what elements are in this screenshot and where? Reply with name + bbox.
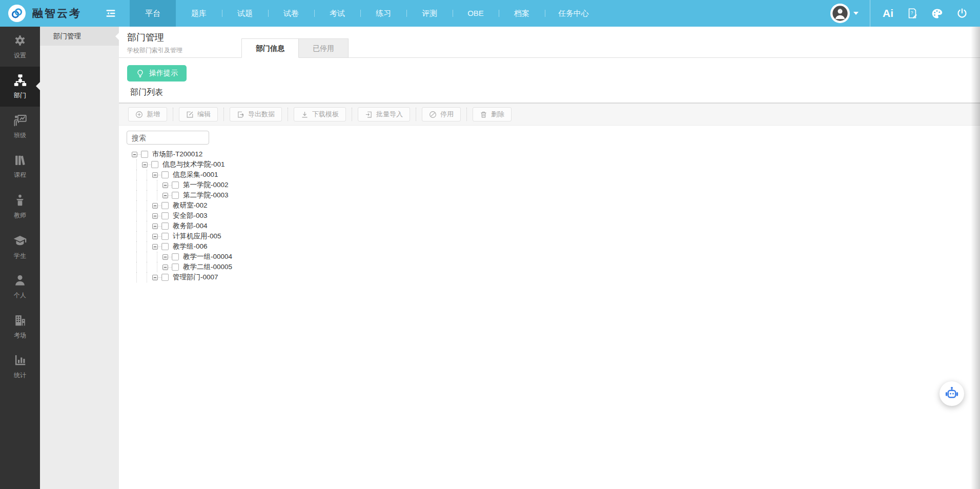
toolbar-button[interactable]: 新增	[128, 107, 167, 121]
tree-indent-guide	[132, 190, 142, 200]
tree-node-label[interactable]: 信息采集-0001	[173, 170, 218, 180]
tree-indent-guide	[142, 180, 152, 190]
toolbar-button-icon	[480, 111, 487, 118]
toolbar-button-icon	[186, 111, 194, 118]
nav-item[interactable]: 试题	[222, 0, 268, 27]
theme-palette-icon[interactable]	[931, 8, 943, 19]
sidebar-item-icon	[13, 194, 27, 207]
tree-row: 第二学院-0003	[132, 190, 980, 200]
sidebar-item[interactable]: 学生	[0, 227, 40, 267]
hint-button[interactable]: 操作提示	[127, 65, 187, 82]
sidebar-item[interactable]: 课程	[0, 147, 40, 187]
tree-checkbox[interactable]	[172, 263, 179, 271]
tree-expander-icon[interactable]	[152, 223, 158, 229]
tree-node-label[interactable]: 计算机应用-005	[173, 231, 221, 241]
tree-indent-guide	[142, 241, 152, 252]
nav-item[interactable]: 任务中心	[545, 0, 602, 27]
nav-item[interactable]: 练习	[360, 0, 406, 27]
tree-expander-icon[interactable]	[152, 275, 158, 280]
tree-node-label[interactable]: 安全部-003	[173, 211, 208, 221]
sidebar-item[interactable]: 班级	[0, 107, 40, 147]
tree-checkbox[interactable]	[172, 253, 179, 260]
nav-item[interactable]: 档案	[499, 0, 545, 27]
tree-indent-guide	[132, 252, 142, 262]
svg-text:?: ?	[911, 11, 913, 15]
tree-checkbox[interactable]	[172, 181, 179, 189]
nav-item[interactable]: 评测	[406, 0, 453, 27]
tree-row: 教务部-004	[132, 221, 980, 231]
tree-expander-icon[interactable]	[162, 254, 168, 260]
sidebar-item-label: 课程	[14, 171, 26, 179]
user-menu[interactable]: ?	[830, 4, 859, 23]
tree-connector	[158, 277, 161, 278]
toolbar-button[interactable]: 停用	[422, 107, 461, 121]
toolbar-button[interactable]: 批量导入	[358, 107, 410, 121]
tree-expander-icon[interactable]	[152, 172, 158, 178]
nav-item[interactable]: 考试	[314, 0, 360, 27]
tree-node-label[interactable]: 教学一组-00004	[183, 252, 232, 262]
sidebar-item[interactable]: 考场	[0, 307, 40, 347]
nav-item[interactable]: 题库	[176, 0, 222, 27]
tree-checkbox[interactable]	[161, 222, 169, 230]
tree-row: 信息与技术学院-001	[132, 159, 980, 170]
tree-checkbox[interactable]	[151, 161, 158, 168]
toolbar-button[interactable]: 编辑	[179, 107, 218, 121]
tree-node-label[interactable]: 第二学院-0003	[183, 190, 229, 200]
tree-expander-icon[interactable]	[162, 193, 168, 198]
tree-node-label[interactable]: 信息与技术学院-001	[162, 159, 225, 170]
search-input[interactable]	[127, 131, 209, 145]
nav-item[interactable]: 试卷	[268, 0, 314, 27]
tree-node-label[interactable]: 教务部-004	[173, 221, 208, 231]
tree-checkbox[interactable]	[161, 243, 169, 250]
toolbar-separator	[466, 108, 467, 121]
tree-checkbox[interactable]	[161, 212, 169, 219]
toolbar-button[interactable]: 删除	[473, 107, 512, 121]
tree-expander-icon[interactable]	[152, 234, 158, 239]
ai-icon[interactable]: Ai	[883, 7, 893, 19]
logout-power-icon[interactable]	[956, 8, 968, 19]
toolbar-button[interactable]: 下载模板	[294, 107, 346, 121]
tree-expander-icon[interactable]	[142, 162, 148, 168]
sidebar-item[interactable]: 统计	[0, 347, 40, 386]
tree-node-label[interactable]: 教学组-006	[173, 241, 208, 252]
sidebar-item[interactable]: 部门	[0, 67, 40, 107]
tree-checkbox[interactable]	[141, 151, 148, 158]
tree-row: 教学组-006	[132, 241, 980, 252]
tree-node-label[interactable]: 市场部-T200012	[152, 149, 202, 159]
toolbar-separator	[223, 108, 224, 121]
tree-expander-icon[interactable]	[152, 213, 158, 219]
help-doc-icon[interactable]: ?	[907, 8, 918, 19]
tree-checkbox[interactable]	[161, 274, 169, 281]
sidebar-item[interactable]: 个人	[0, 267, 40, 307]
toolbar-separator	[173, 108, 173, 121]
submenu-item[interactable]: 部门管理	[40, 27, 119, 46]
assistant-robot-button[interactable]	[940, 381, 964, 406]
tree-expander-icon[interactable]	[162, 264, 168, 270]
nav-item[interactable]: 平台	[130, 0, 176, 27]
tree-checkbox[interactable]	[161, 202, 169, 209]
main-content: 部门管理 学校部门索引及管理 部门信息 已停用 操作提示 部门列表 新增 编辑	[119, 27, 980, 489]
sidebar-item-icon	[13, 113, 27, 127]
tab[interactable]: 已停用	[299, 38, 349, 58]
sidebar-item-icon	[13, 353, 27, 367]
tree-expander-icon[interactable]	[152, 244, 158, 250]
tree-indent-guide	[142, 200, 152, 211]
tab[interactable]: 部门信息	[241, 38, 299, 58]
tree-expander-icon[interactable]	[162, 182, 168, 188]
tree-node-label[interactable]: 管理部门-0007	[173, 272, 218, 282]
toolbar-button[interactable]: 导出数据	[230, 107, 282, 121]
tree-expander-icon[interactable]	[152, 203, 158, 209]
avatar[interactable]: ?	[830, 4, 850, 23]
department-tree: 市场部-T200012 信息与技术学院-001 信息采集-0001 第一学院	[132, 149, 980, 282]
tree-checkbox[interactable]	[161, 171, 169, 178]
tree-checkbox[interactable]	[172, 192, 179, 199]
tree-node-label[interactable]: 教学二组-00005	[183, 262, 232, 272]
sidebar-item[interactable]: 设置	[0, 27, 40, 67]
tree-node-label[interactable]: 教研室-002	[173, 200, 208, 211]
tree-node-label[interactable]: 第一学院-0002	[183, 180, 229, 190]
tree-checkbox[interactable]	[161, 233, 169, 240]
nav-item[interactable]: OBE	[453, 0, 499, 27]
tree-expander-icon[interactable]	[132, 152, 137, 157]
sidebar-item[interactable]: 教师	[0, 187, 40, 227]
sidebar-fold-icon[interactable]	[105, 8, 116, 19]
